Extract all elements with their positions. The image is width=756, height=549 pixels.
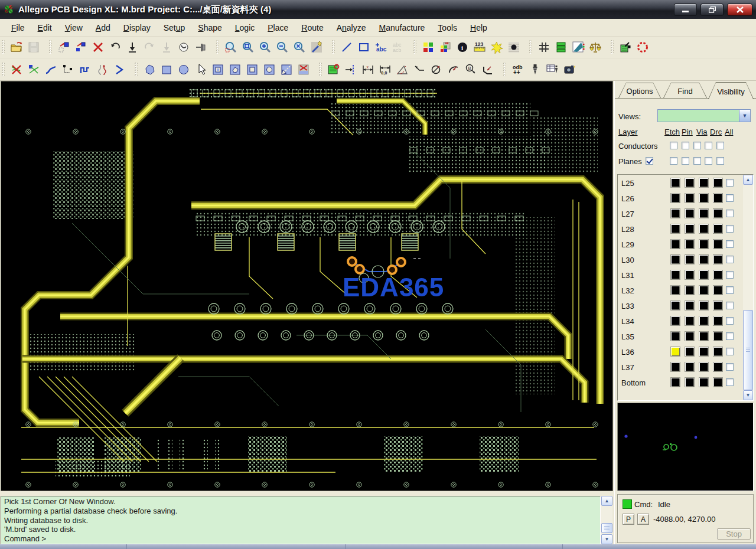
layer-l26-all-checkbox[interactable] xyxy=(726,194,734,202)
void-polygon-button[interactable] xyxy=(227,61,243,77)
planes-checkbox[interactable] xyxy=(646,157,653,165)
menu-setup[interactable]: Setup xyxy=(157,20,192,35)
balloon-leader-button[interactable]: B xyxy=(462,61,478,77)
layer-bottom-drc-swatch[interactable] xyxy=(713,377,723,387)
conductors-drc-checkbox[interactable] xyxy=(705,142,712,149)
layer-l33-pin-swatch[interactable] xyxy=(685,300,695,311)
shove-button[interactable] xyxy=(175,40,191,55)
waive-drc-button[interactable] xyxy=(634,40,650,55)
scroll-up-icon[interactable]: ▲ xyxy=(601,496,612,506)
planes-all-checkbox[interactable] xyxy=(716,157,724,165)
stop-button[interactable]: Stop xyxy=(717,528,751,540)
tab-options[interactable]: Options xyxy=(618,83,661,98)
scroll-down-icon[interactable]: ▼ xyxy=(743,390,753,400)
ncdrill-button[interactable] xyxy=(561,61,577,77)
drill-param-button[interactable] xyxy=(544,61,560,77)
layer-l36-etch-swatch[interactable] xyxy=(670,347,680,357)
layer-l30-drc-swatch[interactable] xyxy=(713,254,723,264)
layer-l33-etch-swatch[interactable] xyxy=(670,300,680,311)
layer-l28-pin-swatch[interactable] xyxy=(685,224,695,234)
layer-l26-pin-swatch[interactable] xyxy=(685,193,695,203)
layer-l33-drc-swatch[interactable] xyxy=(713,300,723,311)
console-scrollbar[interactable]: ▲ ▼ xyxy=(601,496,612,544)
add-line-button[interactable] xyxy=(338,40,354,55)
layer-l26-etch-swatch[interactable] xyxy=(670,193,680,203)
create-detail-button[interactable] xyxy=(325,61,341,77)
layer-l34-all-checkbox[interactable] xyxy=(726,317,734,325)
copy-button[interactable] xyxy=(73,40,89,55)
xsection-button[interactable] xyxy=(553,40,569,55)
menu-view[interactable]: View xyxy=(58,20,89,35)
layer-l34-pin-swatch[interactable] xyxy=(685,316,695,326)
layer-l34-via-swatch[interactable] xyxy=(699,316,709,326)
toolbar-grip[interactable] xyxy=(216,40,219,54)
absolute-mode-button[interactable]: A xyxy=(637,514,649,525)
console-prompt[interactable]: Command > xyxy=(4,534,597,544)
menu-display[interactable]: Display xyxy=(117,20,157,35)
conductors-via-checkbox[interactable] xyxy=(693,142,701,149)
toolbar-grip[interactable] xyxy=(49,40,52,54)
layer-l30-etch-swatch[interactable] xyxy=(670,254,680,264)
grid-toggle-button[interactable] xyxy=(536,40,552,55)
void-rect-button[interactable] xyxy=(244,61,260,77)
zoom-previous-button[interactable] xyxy=(291,40,307,55)
layer-l31-all-checkbox[interactable] xyxy=(726,271,734,279)
layer-l37-all-checkbox[interactable] xyxy=(726,363,734,371)
layer-l34-etch-swatch[interactable] xyxy=(670,316,680,326)
toolbar-grip[interactable] xyxy=(2,40,5,54)
close-button[interactable] xyxy=(727,4,752,16)
layer-l31-drc-swatch[interactable] xyxy=(713,270,723,280)
leader-line-button[interactable] xyxy=(411,61,427,77)
layer-l33-via-swatch[interactable] xyxy=(699,300,709,311)
layer-l35-etch-swatch[interactable] xyxy=(670,331,680,341)
shadow-mode-button[interactable] xyxy=(570,40,586,55)
scrollbar-thumb[interactable] xyxy=(743,310,753,390)
menu-add[interactable]: Add xyxy=(89,20,117,35)
column-header-via[interactable]: Via xyxy=(696,128,708,136)
zoom-points-button[interactable] xyxy=(223,40,239,55)
menu-help[interactable]: Help xyxy=(464,20,494,35)
layer-l28-via-swatch[interactable] xyxy=(699,224,709,234)
void-frame-button[interactable] xyxy=(210,61,226,77)
undo-to-button[interactable] xyxy=(124,40,140,55)
layer-l25-pin-swatch[interactable] xyxy=(685,178,695,188)
layer-priority-button[interactable] xyxy=(437,40,453,55)
layer-l25-drc-swatch[interactable] xyxy=(713,178,723,188)
dimension-datum-button[interactable] xyxy=(343,61,359,77)
vertex-button[interactable] xyxy=(111,61,127,77)
layer-l36-via-swatch[interactable] xyxy=(699,347,709,357)
tab-visibility[interactable]: Visibility xyxy=(708,82,754,99)
add-text-button[interactable]: abc xyxy=(373,40,389,55)
rats-all-button[interactable] xyxy=(25,61,41,77)
menu-edit[interactable]: Edit xyxy=(31,20,58,35)
toolbar-grip[interactable] xyxy=(529,40,532,54)
planes-pin-checkbox[interactable] xyxy=(682,157,689,165)
radial-leader-button[interactable] xyxy=(445,61,461,77)
minimap[interactable] xyxy=(617,403,754,491)
toolbar-grip[interactable] xyxy=(611,40,614,54)
restore-button[interactable] xyxy=(700,4,724,16)
layer-l25-etch-swatch[interactable] xyxy=(670,178,680,188)
angular-dim-button[interactable] xyxy=(394,61,410,77)
layer-l31-via-swatch[interactable] xyxy=(699,270,709,280)
zoom-out-button[interactable] xyxy=(274,40,290,55)
layer-l35-pin-swatch[interactable] xyxy=(685,331,695,341)
planes-etch-checkbox[interactable] xyxy=(670,157,677,165)
column-header-drc[interactable]: Drc xyxy=(710,128,722,136)
menu-route[interactable]: Route xyxy=(295,20,330,35)
layer-l36-drc-swatch[interactable] xyxy=(713,347,723,357)
layer-l31-pin-swatch[interactable] xyxy=(685,270,695,280)
toolbar-grip[interactable] xyxy=(135,63,138,77)
column-header-etch[interactable]: Etch xyxy=(664,128,680,136)
layer-l35-all-checkbox[interactable] xyxy=(726,332,734,340)
add-connect-button[interactable] xyxy=(43,61,58,77)
layer-l30-pin-swatch[interactable] xyxy=(685,254,695,264)
toolbar-grip[interactable] xyxy=(2,63,5,77)
odb-export-button[interactable]: odb++ xyxy=(510,61,526,77)
shape-rect-button[interactable] xyxy=(158,61,174,77)
layer-l26-via-swatch[interactable] xyxy=(699,193,709,203)
void-circle-button[interactable] xyxy=(261,61,277,77)
layer-l30-all-checkbox[interactable] xyxy=(726,256,734,263)
menu-analyze[interactable]: Analyze xyxy=(330,20,373,35)
tab-find[interactable]: Find xyxy=(663,83,707,98)
